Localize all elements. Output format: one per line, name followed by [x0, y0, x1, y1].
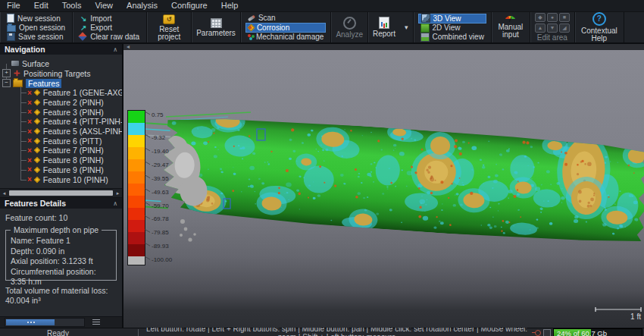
collapse-sidebar-icon[interactable]: ◂ [127, 44, 130, 50]
view-group: 3D View 2D View Combined view [414, 12, 492, 42]
scroll-left-arrow-icon[interactable]: ◂ [0, 190, 8, 196]
tree-item-positioning-targets[interactable]: + ✛ Positioning Targets [0, 68, 122, 78]
feature-corrosion-icon [34, 89, 40, 96]
tree-item-feature-3[interactable]: ×Feature 3 (PINH) [0, 107, 122, 117]
scroll-right-arrow-icon[interactable]: ▸ [114, 190, 122, 196]
pipe-scene[interactable]: 0.75-9.32-19.40-29.47-39.55-49.63-59.70-… [123, 50, 644, 328]
edit-area-tool-1-icon[interactable]: ◆ [535, 13, 546, 22]
reset-project-button[interactable]: ↺ Reset project [152, 14, 186, 41]
bottom-scrollbar-thumb[interactable] [6, 319, 55, 325]
edit-area-tool-4-icon[interactable]: ▲ [535, 24, 546, 33]
report-button[interactable]: Report [373, 17, 395, 38]
tree-item-feature-8[interactable]: ×Feature 8 (PINH) [0, 155, 122, 165]
menu-help[interactable]: Help [214, 0, 245, 11]
svg-text:-69.78: -69.78 [152, 215, 169, 222]
open-session-button[interactable]: Open session [5, 23, 67, 32]
tree-item-feature-9[interactable]: ×Feature 9 (PINH) [0, 165, 122, 175]
feature-label: Feature 6 (PITT) [43, 137, 102, 146]
analyze-icon [343, 17, 356, 30]
feature-delete-icon: × [27, 118, 32, 126]
positioning-targets-icon: ✛ [13, 69, 20, 77]
export-button[interactable]: ↗ Export [77, 23, 142, 32]
corrosion-mode-button[interactable]: Corrosion [245, 23, 327, 33]
new-session-button[interactable]: New session [5, 14, 67, 23]
menu-edit[interactable]: Edit [27, 0, 55, 11]
export-icon: ↗ [80, 24, 87, 32]
memory-usage-bar: 24% of 60.7 Gb [553, 328, 642, 336]
features-expander-icon[interactable]: − [2, 79, 11, 87]
memory-widget: 24% of 60.7 Gb [535, 328, 644, 336]
edit-area-group: ◆ ● ■ ▲ ▼ ◢ Edit area [530, 12, 575, 42]
feature-delete-icon: × [27, 127, 32, 136]
feature-label: Feature 10 (PINH) [43, 175, 108, 184]
feature-delete-icon: × [27, 156, 32, 165]
features-details-title: Features Details [5, 199, 66, 208]
report-label: Report [373, 30, 395, 38]
data-group: ↘ Import ↗ Export Clear raw data [73, 12, 147, 42]
menu-tools[interactable]: Tools [55, 0, 89, 11]
svg-text:-39.55: -39.55 [152, 175, 169, 182]
edit-area-label: Edit area [537, 34, 567, 42]
bottom-scrollbar-track[interactable] [5, 318, 85, 327]
navigation-horizontal-scrollbar[interactable]: ◂ ▸ [0, 188, 122, 198]
svg-text:-100.00: -100.00 [152, 256, 173, 263]
view-2d-button[interactable]: 2D View [418, 24, 486, 33]
scale-ruler: 1 ft [596, 307, 641, 321]
mechanical-damage-mode-button[interactable]: Mechanical damage [245, 33, 327, 42]
contextual-help-label: Contextual Help [580, 27, 619, 42]
menu-file[interactable]: File [0, 0, 27, 11]
scan-mode-button[interactable]: Scan [245, 14, 327, 23]
view-combined-icon [420, 33, 430, 42]
edit-area-tool-2-icon[interactable]: ● [547, 13, 558, 22]
open-session-label: Open session [19, 24, 65, 32]
max-depth-depth: Depth: 0.090 in [11, 247, 111, 257]
depth-color-scale: 0.75-9.32-19.40-29.47-39.55-49.63-59.70-… [128, 111, 173, 265]
menu-view[interactable]: View [88, 0, 120, 11]
navigation-collapse-icon[interactable]: ∧ [113, 46, 117, 53]
feature-label: Feature 5 (AXSL-PINH) [43, 127, 122, 136]
view-2d-icon [420, 24, 430, 33]
corrosion-icon [247, 24, 255, 31]
analyze-button[interactable]: Analyze [336, 17, 363, 39]
tree-item-feature-5[interactable]: ×Feature 5 (AXSL-PINH) [0, 127, 122, 137]
report-dropdown-caret[interactable]: ▾ [405, 24, 408, 31]
toolbar: New session Open session Save session ↘ … [0, 12, 644, 44]
tree-item-feature-7[interactable]: ×Feature 7 (PINH) [0, 146, 122, 155]
tree-item-features[interactable]: − Features [0, 78, 122, 88]
menu-analysis[interactable]: Analysis [120, 0, 164, 11]
positioning-targets-expander-icon[interactable]: + [2, 69, 11, 77]
3d-viewport[interactable]: ◂ 0.75-9.32-19.40-29.47-39.55-49.63-59.7… [123, 44, 644, 328]
tree-item-feature-6[interactable]: ×Feature 6 (PITT) [0, 136, 122, 146]
navigation-panel-header: Navigation ∧ [0, 44, 122, 55]
tree-item-surface[interactable]: Surface [0, 58, 122, 68]
memory-pin-icon [535, 330, 541, 336]
save-session-button[interactable]: Save session [5, 32, 67, 41]
feature-label: Feature 9 (PINH) [43, 165, 104, 174]
import-button[interactable]: ↘ Import [77, 14, 142, 23]
memory-usage-text: 24% of 60.7 Gb [557, 329, 607, 336]
data-table-icon[interactable] [92, 319, 100, 325]
feature-delete-icon: × [27, 146, 32, 155]
report-icon [379, 17, 389, 29]
view-3d-button[interactable]: 3D View [418, 14, 486, 24]
menu-configure[interactable]: Configure [164, 0, 214, 11]
view-combined-button[interactable]: Combined view [418, 33, 486, 42]
feature-label: Feature 7 (PINH) [43, 146, 104, 155]
manual-input-button[interactable]: Manual input [496, 16, 525, 39]
edit-area-tool-5-icon[interactable]: ▼ [547, 24, 558, 33]
scrollbar-thumb[interactable] [9, 190, 113, 196]
max-depth-groupbox: Maximum depth on pipe Name: Feature 1 De… [5, 230, 117, 281]
tree-item-feature-10[interactable]: ×Feature 10 (PINH) [0, 174, 122, 184]
view-3d-label: 3D View [433, 14, 461, 23]
features-details-collapse-icon[interactable]: ∧ [113, 200, 117, 207]
parameters-button[interactable]: Parameters [196, 18, 236, 37]
tree-item-feature-2[interactable]: ×Feature 2 (PINH) [0, 98, 122, 108]
clear-raw-data-button[interactable]: Clear raw data [77, 32, 142, 41]
tree-item-feature-4[interactable]: ×Feature 4 (PITT-PINH-AXSL-CISL) [0, 117, 122, 127]
tree-item-feature-1[interactable]: ×Feature 1 (GENE-AXGR-PITT-PINH-AXS [0, 88, 122, 98]
edit-area-tool-6-icon[interactable]: ◢ [559, 24, 570, 33]
contextual-help-button[interactable]: ? Contextual Help [580, 12, 619, 42]
clear-raw-data-icon [78, 32, 86, 40]
edit-area-tool-3-icon[interactable]: ■ [559, 13, 570, 22]
feature-corrosion-icon [34, 176, 40, 182]
